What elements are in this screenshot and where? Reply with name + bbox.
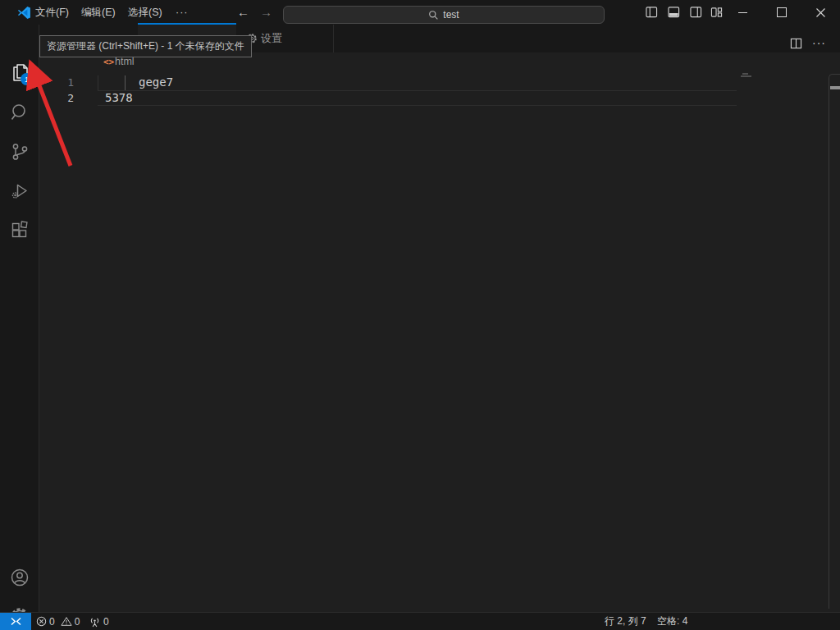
warnings-icon xyxy=(61,616,72,627)
editor-more-actions-icon[interactable]: ··· xyxy=(812,36,826,49)
toggle-panel-icon[interactable] xyxy=(668,7,680,18)
indent-guide-active xyxy=(125,75,126,90)
minimap-line-mark xyxy=(741,75,751,77)
close-icon xyxy=(816,8,825,17)
line-number: 1 xyxy=(38,75,74,90)
current-line-border-bottom xyxy=(98,105,737,106)
activity-bar: 1 xyxy=(0,25,39,612)
editor-scrollbar[interactable] xyxy=(829,74,840,609)
minimize-button[interactable] xyxy=(730,0,755,25)
run-debug-icon[interactable] xyxy=(9,180,30,202)
ports-count: 0 xyxy=(103,616,109,628)
overview-ruler-cursor-mark xyxy=(830,86,840,89)
indent-guide xyxy=(98,75,98,90)
cursor-position-text: 行 2, 列 7 xyxy=(605,614,646,628)
errors-count: 0 xyxy=(49,616,55,628)
breadcrumb-file-name[interactable]: html xyxy=(115,56,135,67)
indentation-text: 空格: 4 xyxy=(657,614,687,628)
vscode-window: 文件(F) 编辑(E) 选择(S) ··· ← → test xyxy=(0,0,840,630)
code-line-1[interactable]: gege7 xyxy=(139,75,173,90)
account-icon[interactable] xyxy=(9,567,30,588)
indentation-item[interactable]: 空格: 4 xyxy=(657,613,687,630)
close-button[interactable] xyxy=(808,0,833,25)
html-file-icon: <> xyxy=(103,57,114,67)
menu-file[interactable]: 文件(F) xyxy=(32,0,72,25)
customize-layout-icon[interactable] xyxy=(710,7,723,18)
minimize-icon xyxy=(738,12,747,13)
menu-selection[interactable]: 选择(S) xyxy=(125,0,166,25)
toggle-secondary-sidebar-icon[interactable] xyxy=(690,7,702,18)
status-bar: 0 0 0 行 2, 列 7 空格: 4 xyxy=(0,612,840,630)
search-sidebar-icon[interactable] xyxy=(9,102,30,123)
minimap-line-mark xyxy=(742,73,748,75)
toggle-sidebar-icon[interactable] xyxy=(646,7,658,18)
explorer-tooltip-text: 资源管理器 (Ctrl+Shift+E) - 1 个未保存的文件 xyxy=(47,40,244,52)
line-number-active: 2 xyxy=(38,90,74,106)
explorer-unsaved-badge: 1 xyxy=(21,73,33,85)
source-control-icon[interactable] xyxy=(9,141,30,162)
search-box-text: test xyxy=(443,9,459,21)
remote-indicator[interactable] xyxy=(0,613,31,630)
errors-icon xyxy=(36,616,47,627)
cursor-position-item[interactable]: 行 2, 列 7 xyxy=(605,613,646,630)
title-bar: 文件(F) 编辑(E) 选择(S) ··· ← → test xyxy=(0,0,840,25)
split-editor-icon[interactable] xyxy=(790,38,802,49)
search-icon xyxy=(428,10,439,21)
back-icon[interactable]: ← xyxy=(237,0,249,25)
maximize-button[interactable] xyxy=(769,0,794,25)
tab-settings-label: 设置 xyxy=(261,31,282,46)
forward-icon[interactable]: → xyxy=(260,0,272,25)
radio-tower-icon xyxy=(89,616,101,628)
problems-status-item[interactable]: 0 0 xyxy=(36,613,80,630)
current-line-border-top xyxy=(98,90,737,91)
menu-edit[interactable]: 编辑(E) xyxy=(78,0,119,25)
warnings-count: 0 xyxy=(75,616,80,628)
explorer-tooltip: 资源管理器 (Ctrl+Shift+E) - 1 个未保存的文件 xyxy=(39,35,252,57)
remote-icon xyxy=(10,616,22,627)
extensions-icon[interactable] xyxy=(9,220,30,241)
active-tab-top-border xyxy=(138,23,236,25)
ports-status-item[interactable]: 0 xyxy=(89,613,109,630)
search-box[interactable]: test xyxy=(283,6,605,24)
code-line-2[interactable]: 5378 xyxy=(105,90,133,106)
maximize-icon xyxy=(777,7,787,17)
menu-more[interactable]: ··· xyxy=(172,0,192,25)
vscode-logo-icon xyxy=(17,6,31,20)
